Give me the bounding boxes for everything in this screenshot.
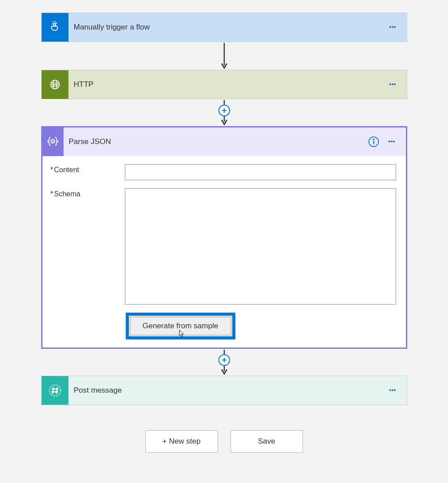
button-press-icon bbox=[42, 13, 68, 42]
trigger-menu-button[interactable]: ··· bbox=[384, 21, 401, 33]
parse-json-title: Parse JSON bbox=[64, 137, 367, 146]
parse-json-header[interactable]: Parse JSON ··· bbox=[43, 127, 406, 156]
parse-json-step-card: Parse JSON ··· *Content *S bbox=[41, 126, 407, 349]
generate-from-sample-button[interactable]: Generate from sample bbox=[130, 317, 231, 335]
post-message-menu-button[interactable]: ··· bbox=[384, 385, 401, 396]
add-step-button[interactable] bbox=[218, 354, 230, 366]
http-step-card[interactable]: HTTP ··· bbox=[41, 70, 407, 99]
content-input[interactable] bbox=[125, 164, 396, 180]
http-menu-button[interactable]: ··· bbox=[384, 79, 401, 90]
post-message-step-card[interactable]: Post message ··· bbox=[41, 376, 407, 405]
new-step-button[interactable]: + New step bbox=[145, 430, 218, 453]
globe-icon bbox=[42, 70, 68, 99]
arrow-connector bbox=[41, 99, 407, 126]
schema-label: *Schema bbox=[51, 188, 125, 198]
svg-line-16 bbox=[52, 387, 53, 394]
content-field-row: *Content bbox=[51, 164, 396, 180]
save-button[interactable]: Save bbox=[230, 430, 303, 453]
json-braces-icon bbox=[43, 127, 64, 156]
post-message-title: Post message bbox=[68, 386, 384, 395]
arrow-connector bbox=[41, 42, 407, 70]
trigger-step-card[interactable]: Manually trigger a flow ··· bbox=[41, 13, 407, 42]
svg-point-11 bbox=[373, 139, 374, 140]
ellipsis-icon: ··· bbox=[389, 79, 396, 90]
http-title: HTTP bbox=[68, 80, 384, 89]
hash-icon bbox=[42, 376, 68, 405]
schema-input[interactable] bbox=[125, 188, 396, 305]
parse-json-menu-button[interactable]: ··· bbox=[383, 136, 401, 148]
bottom-action-bar: + New step Save bbox=[41, 430, 407, 453]
arrow-connector bbox=[41, 349, 407, 376]
add-step-button[interactable] bbox=[218, 105, 230, 116]
content-label: *Content bbox=[51, 164, 125, 174]
ellipsis-icon: ··· bbox=[388, 136, 395, 148]
info-button[interactable] bbox=[367, 136, 381, 148]
ellipsis-icon: ··· bbox=[389, 21, 396, 33]
schema-field-row: *Schema bbox=[51, 188, 396, 305]
trigger-title: Manually trigger a flow bbox=[68, 23, 384, 32]
svg-point-15 bbox=[49, 385, 60, 396]
svg-line-17 bbox=[56, 387, 57, 394]
highlight-box: Generate from sample bbox=[126, 313, 235, 339]
ellipsis-icon: ··· bbox=[389, 385, 396, 396]
